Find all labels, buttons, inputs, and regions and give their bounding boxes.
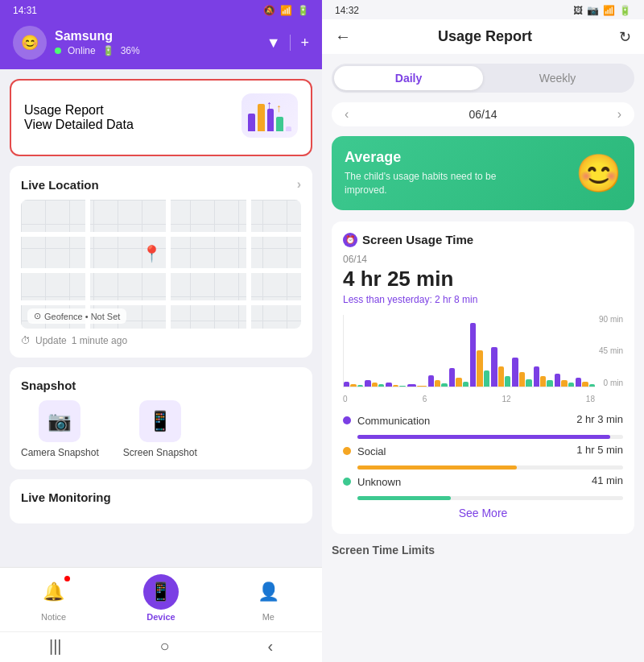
bar-purple bbox=[449, 368, 455, 386]
back-button[interactable]: ← bbox=[335, 27, 351, 46]
map-road bbox=[246, 200, 251, 329]
map-view: 📍 ⊙ Geofence • Not Set bbox=[21, 200, 301, 329]
screen-usage-title: ⏰ Screen Usage Time bbox=[343, 233, 623, 247]
user-info-group: 😊 Samsung Online 🔋 36% bbox=[13, 26, 140, 60]
communication-label: Communication bbox=[357, 415, 576, 427]
dropdown-icon[interactable]: ▼ bbox=[266, 35, 281, 52]
bar-group-3 bbox=[407, 315, 427, 387]
nav-notice[interactable]: 🔔 Notice bbox=[36, 574, 72, 622]
user-name: Samsung bbox=[55, 29, 140, 43]
social-time: 1 hr 5 min bbox=[576, 444, 623, 456]
bar-green bbox=[568, 383, 574, 386]
live-location-header[interactable]: Live Location › bbox=[21, 177, 301, 192]
usage-time: 4 hr 25 min bbox=[343, 267, 623, 292]
notice-badge bbox=[64, 576, 70, 581]
x-label-0: 0 bbox=[343, 395, 348, 403]
live-location-title: Live Location bbox=[21, 178, 99, 192]
date-prev-arrow[interactable]: ‹ bbox=[345, 107, 349, 122]
bar-yellow bbox=[477, 350, 482, 387]
average-description: The child's usage habits need to be impr… bbox=[345, 170, 506, 197]
bar-purple bbox=[344, 382, 349, 386]
device-label: Device bbox=[147, 612, 175, 622]
live-monitoring-title: Live Monitoring bbox=[21, 490, 111, 504]
geofence-label: ⊙ Geofence • Not Set bbox=[27, 308, 126, 324]
header-actions: ▼ + bbox=[266, 35, 309, 52]
see-more-button[interactable]: See More bbox=[343, 507, 623, 519]
bar-yellow bbox=[519, 372, 525, 387]
bar-green bbox=[378, 384, 384, 387]
tab-daily[interactable]: Daily bbox=[334, 66, 483, 90]
map-road bbox=[166, 200, 171, 329]
usage-compare: Less than yesterday: 2 hr 8 min bbox=[343, 294, 623, 305]
bar-group-1 bbox=[365, 315, 384, 387]
map-road bbox=[21, 300, 301, 305]
add-icon[interactable]: + bbox=[300, 35, 309, 52]
bar-green bbox=[526, 379, 531, 387]
screen-snapshot-label: Screen Snapshot bbox=[123, 447, 197, 458]
snapshot-header: Snapshot bbox=[21, 379, 301, 392]
refresh-button[interactable]: ↻ bbox=[619, 28, 631, 46]
bar-green bbox=[399, 386, 405, 387]
x-label-12: 12 bbox=[502, 395, 511, 403]
snapshot-title: Snapshot bbox=[21, 379, 76, 392]
category-social: Social 1 hr 5 min bbox=[343, 444, 623, 470]
right-content: Daily Weekly ‹ 06/14 › Average The child… bbox=[322, 54, 644, 662]
snapshot-card: Snapshot 📷 Camera Snapshot 📱 Screen Snap… bbox=[10, 367, 312, 470]
nav-device[interactable]: 📱 Device bbox=[143, 574, 179, 622]
y-label-90: 90 min bbox=[599, 315, 623, 324]
sys-menu-btn[interactable]: ||| bbox=[49, 637, 62, 656]
tab-weekly[interactable]: Weekly bbox=[483, 66, 632, 90]
screen-usage-card: ⏰ Screen Usage Time 06/14 4 hr 25 min Le… bbox=[332, 221, 634, 534]
tab-switcher: Daily Weekly bbox=[332, 64, 634, 93]
date-label: 06/14 bbox=[469, 108, 497, 121]
bar-yellow bbox=[582, 382, 588, 386]
left-status-icons: 🔕 📶 🔋 bbox=[263, 5, 309, 16]
bottom-nav: 🔔 Notice 📱 Device 👤 Me bbox=[0, 567, 322, 631]
sys-home-btn[interactable]: ○ bbox=[159, 637, 169, 656]
live-location-card: Live Location › 📍 ⊙ Geofence • Not S bbox=[10, 166, 312, 358]
bar-purple bbox=[576, 378, 581, 387]
right-panel: 14:32 🖼 📷 📶 🔋 ← Usage Report ↻ Daily Wee… bbox=[322, 0, 644, 662]
unknown-label: Unknown bbox=[357, 476, 592, 488]
bar-yellow bbox=[393, 385, 398, 387]
usage-report-icon: ↑ ↑ bbox=[242, 93, 298, 142]
update-label: Update bbox=[35, 335, 67, 346]
bar-group-6 bbox=[470, 315, 489, 387]
bar-yellow bbox=[435, 380, 440, 386]
chart-bars-area bbox=[343, 315, 595, 387]
y-label-45: 45 min bbox=[599, 346, 623, 355]
usage-report-card[interactable]: Usage Report View Detailed Data ↑ ↑ bbox=[10, 79, 312, 156]
bar-yellow bbox=[498, 366, 504, 387]
right-statusbar: 14:32 🖼 📷 📶 🔋 bbox=[322, 0, 644, 19]
bar-green bbox=[589, 384, 595, 387]
date-nav: ‹ 06/14 › bbox=[332, 102, 634, 126]
social-dot bbox=[343, 447, 351, 455]
bar-purple bbox=[491, 347, 497, 387]
screen-snapshot-item[interactable]: 📱 Screen Snapshot bbox=[123, 400, 197, 458]
map-road bbox=[21, 268, 301, 273]
usage-chart: 90 min 45 min 0 min bbox=[343, 315, 623, 403]
status-dot bbox=[55, 48, 61, 54]
bar-purple bbox=[470, 323, 476, 386]
bar-yellow bbox=[372, 383, 378, 386]
left-content: Usage Report View Detailed Data ↑ ↑ bbox=[0, 69, 322, 567]
notice-label: Notice bbox=[41, 612, 66, 622]
nav-me[interactable]: 👤 Me bbox=[250, 574, 286, 622]
category-communication: Communication 2 hr 3 min bbox=[343, 413, 623, 439]
user-status: Online 🔋 36% bbox=[55, 45, 140, 56]
average-card: Average The child's usage habits need to… bbox=[332, 136, 634, 210]
date-next-arrow[interactable]: › bbox=[617, 107, 621, 122]
smiley-icon: 😊 bbox=[576, 151, 621, 195]
bar-group-9 bbox=[534, 315, 553, 387]
communication-dot bbox=[343, 416, 351, 424]
sys-back-btn[interactable]: ‹ bbox=[267, 637, 273, 656]
bar-green bbox=[547, 380, 552, 386]
snapshot-items: 📷 Camera Snapshot 📱 Screen Snapshot bbox=[21, 400, 301, 458]
bar-purple bbox=[386, 383, 391, 386]
camera-snapshot-item[interactable]: 📷 Camera Snapshot bbox=[21, 400, 99, 458]
geofence-icon: ⊙ bbox=[34, 311, 41, 321]
left-statusbar: 14:31 🔕 📶 🔋 bbox=[0, 0, 322, 19]
sys-nav: ||| ○ ‹ bbox=[0, 631, 322, 662]
notice-icon: 🔔 bbox=[36, 574, 72, 610]
bar-group-10 bbox=[555, 315, 574, 387]
